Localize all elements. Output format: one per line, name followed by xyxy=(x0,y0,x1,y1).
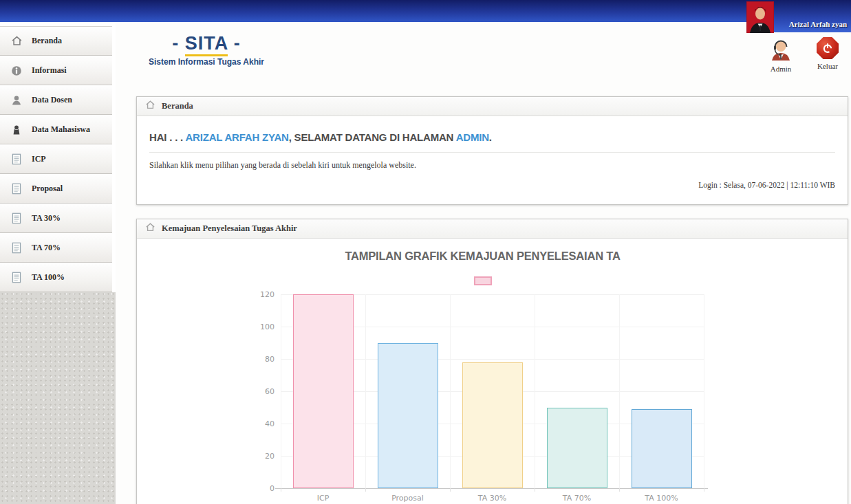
page-name-highlight: ADMIN xyxy=(456,131,489,143)
sidebar-item-ta-30[interactable]: TA 30% xyxy=(0,204,112,233)
app-subtitle: Sistem Informasi Tugas Akhir xyxy=(138,57,275,67)
x-axis-tick-mark xyxy=(619,488,620,492)
logout-label: Keluar xyxy=(807,62,848,70)
y-axis-tick-label: 100 xyxy=(260,322,274,331)
x-axis-category-label: TA 30% xyxy=(478,494,506,503)
panel-title: Kemajuan Penyelesaian Tugas Akhir xyxy=(162,223,297,234)
sidebar-item-ta-100[interactable]: TA 100% xyxy=(0,263,112,292)
sidebar-item-data-mahasiswa[interactable]: Data Mahasiswa xyxy=(0,115,112,144)
info-icon xyxy=(10,65,23,77)
document-icon xyxy=(10,212,23,225)
x-axis-tick-mark xyxy=(365,488,366,492)
login-timestamp: Login : Selasa, 07-06-2022 | 12:11:10 WI… xyxy=(149,181,835,189)
lecturer-icon xyxy=(10,94,23,107)
student-icon xyxy=(10,124,23,136)
chart-legend-swatch[interactable] xyxy=(474,276,492,285)
top-navigation-bar xyxy=(0,0,851,22)
y-axis-tick-label: 120 xyxy=(260,290,274,299)
user-name: Arizal Arfah zyan xyxy=(789,20,847,28)
x-axis-category-label: Proposal xyxy=(391,494,424,503)
gridline xyxy=(619,294,620,488)
chart-header: TAMPILAN GRAFIK KEMAJUAN PENYELESAIAN TA xyxy=(261,250,704,288)
sidebar-item-informasi[interactable]: Informasi xyxy=(0,56,112,85)
x-axis-tick-mark xyxy=(281,488,281,492)
document-icon xyxy=(10,183,23,195)
user-name-highlight: ARIZAL ARFAH ZYAN xyxy=(185,131,288,143)
bar-ta-30-[interactable] xyxy=(462,362,523,488)
gridline xyxy=(704,294,704,488)
document-icon xyxy=(10,153,23,166)
bar-ta-100-[interactable] xyxy=(632,409,692,488)
y-axis-tick-label: 20 xyxy=(265,452,274,461)
x-axis-category-label: TA 100% xyxy=(645,494,678,503)
sidebar-item-ta-70[interactable]: TA 70% xyxy=(0,233,112,263)
beranda-panel: Beranda HAI . . . ARIZAL ARFAH ZYAN, SEL… xyxy=(136,96,848,205)
bar-proposal[interactable] xyxy=(378,343,438,489)
user-avatar[interactable] xyxy=(746,1,774,33)
welcome-heading: HAI . . . ARIZAL ARFAH ZYAN, SELAMAT DAT… xyxy=(149,131,835,143)
user-info-strip: Arizal Arfah zyan xyxy=(773,0,851,32)
sidebar-item-label: TA 70% xyxy=(32,243,61,253)
x-axis-tick-mark xyxy=(535,488,535,492)
sidebar-item-icp[interactable]: ICP xyxy=(0,144,112,174)
y-axis-tick-label: 0 xyxy=(270,484,274,493)
panel-title: Beranda xyxy=(162,101,193,111)
chart-title: TAMPILAN GRAFIK KEMAJUAN PENYELESAIAN TA xyxy=(261,250,704,263)
sidebar-item-label: Beranda xyxy=(32,36,62,46)
y-axis-tick-label: 40 xyxy=(265,419,274,428)
sidebar-item-label: Data Dosen xyxy=(32,95,72,105)
x-axis-tick-mark xyxy=(450,488,451,492)
sidebar-menu: Beranda Informasi Data Dosen Data Mahasi… xyxy=(0,22,116,292)
sidebar-item-label: Data Mahasiswa xyxy=(32,124,90,135)
sidebar: Beranda Informasi Data Dosen Data Mahasi… xyxy=(0,22,116,504)
beranda-panel-header: Beranda xyxy=(137,97,848,116)
admin-label: Admin xyxy=(760,65,801,73)
admin-headset-icon xyxy=(768,37,793,62)
y-axis-tick-label: 80 xyxy=(265,355,274,364)
gridline xyxy=(281,294,281,488)
home-icon xyxy=(10,35,23,47)
header-actions: Admin Keluar xyxy=(760,37,848,73)
admin-button[interactable]: Admin xyxy=(760,37,801,73)
progress-panel: Kemajuan Penyelesaian Tugas Akhir TAMPIL… xyxy=(136,219,848,504)
gridline xyxy=(535,294,535,488)
x-axis-line xyxy=(275,488,708,489)
x-axis-category-label: TA 70% xyxy=(563,494,591,503)
logout-button[interactable]: Keluar xyxy=(807,37,848,73)
sidebar-item-label: TA 100% xyxy=(32,272,65,283)
bar-ta-70-[interactable] xyxy=(547,408,607,489)
sidebar-item-label: ICP xyxy=(32,154,46,164)
document-icon xyxy=(10,242,23,254)
x-axis-category-label: ICP xyxy=(317,494,330,503)
beranda-panel-body: HAI . . . ARIZAL ARFAH ZYAN, SELAMAT DAT… xyxy=(137,116,848,189)
progress-panel-header: Kemajuan Penyelesaian Tugas Akhir xyxy=(137,219,848,239)
gridline xyxy=(365,294,366,488)
bar-icp[interactable] xyxy=(293,294,354,488)
sidebar-item-label: TA 30% xyxy=(32,213,61,223)
main-content: - SITA - Sistem Informasi Tugas Akhir Ad… xyxy=(116,22,851,504)
home-icon xyxy=(145,222,155,235)
chart-plot: 020406080100120ICPProposalTA 30%TA 70%TA… xyxy=(281,294,704,488)
app-logo: - SITA - Sistem Informasi Tugas Akhir xyxy=(138,33,275,67)
sidebar-item-label: Proposal xyxy=(32,184,63,194)
sidebar-item-beranda[interactable]: Beranda xyxy=(0,26,112,56)
power-icon xyxy=(817,37,839,59)
instruction-text: Silahkan klik menu pilihan yang berada d… xyxy=(149,160,835,171)
sidebar-item-proposal[interactable]: Proposal xyxy=(0,174,112,204)
home-icon xyxy=(145,100,155,113)
sidebar-item-data-dosen[interactable]: Data Dosen xyxy=(0,85,112,115)
x-axis-tick-mark xyxy=(704,488,704,492)
y-axis-tick-label: 60 xyxy=(265,387,274,396)
document-icon xyxy=(10,272,23,284)
sidebar-item-label: Informasi xyxy=(32,65,67,76)
gridline xyxy=(450,294,451,488)
app-title: - SITA - xyxy=(138,33,275,54)
divider xyxy=(149,152,835,153)
